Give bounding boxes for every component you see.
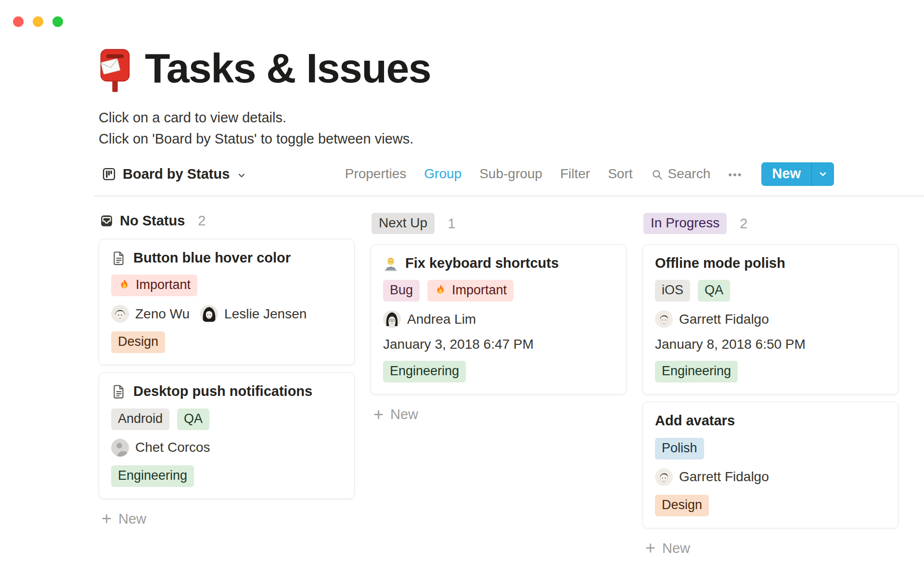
avatar-leslie-jensen <box>200 305 218 323</box>
window-controls <box>13 16 63 27</box>
page-header: Tasks & Issues Click on a card to view d… <box>99 46 835 149</box>
avatar-garrett-fidalgo <box>655 468 673 486</box>
more-options-button[interactable]: ••• <box>728 166 742 182</box>
kanban-board: No Status 2 Button blue hover color <box>99 212 898 561</box>
assignee-name: Garrett Fidalgo <box>679 312 769 327</box>
card-desktop-push-notifications[interactable]: Desktop push notifications Android QA <box>99 372 355 499</box>
postbox-emoji[interactable] <box>99 48 131 94</box>
add-card-button[interactable]: + New <box>371 402 421 427</box>
fire-icon <box>118 278 131 291</box>
tag-important: Important <box>427 280 513 302</box>
search-button[interactable]: Search <box>651 165 711 183</box>
new-dropdown-button[interactable] <box>811 162 834 186</box>
tag-label: iOS <box>662 283 683 298</box>
minimize-window-button[interactable] <box>33 16 43 27</box>
new-button-group: New <box>761 162 834 186</box>
zoom-window-button[interactable] <box>52 16 63 27</box>
toolbar-actions: Properties Group Sub-group Filter Sort S… <box>345 162 834 186</box>
column-status-pill: Next Up <box>372 213 435 234</box>
page-description-line-1: Click on a card to view details. <box>99 107 835 128</box>
tag-engineering: Engineering <box>111 465 194 487</box>
tag-label: QA <box>705 283 723 298</box>
column-next-up: Next Up 1 Fix keyboard shortcuts <box>371 212 627 561</box>
tag-label: Important <box>452 283 507 298</box>
page-icon <box>111 384 127 399</box>
tag-label: QA <box>184 411 203 426</box>
ellipsis-icon: ••• <box>728 169 742 181</box>
column-count: 1 <box>448 216 455 232</box>
tag-label: Design <box>662 498 702 512</box>
tag-label: Bug <box>390 283 413 298</box>
view-switcher-label: Board by Status <box>123 166 230 182</box>
assignee-chet-corcos: Chet Corcos <box>111 439 210 457</box>
search-icon <box>651 168 664 181</box>
avatar-placeholder <box>111 439 129 457</box>
page-title-row: Tasks & Issues <box>99 46 835 94</box>
plus-icon: + <box>102 513 112 525</box>
tag-important: Important <box>111 275 197 296</box>
tag-design: Design <box>111 331 165 353</box>
assignee-name: Leslie Jensen <box>224 306 307 322</box>
tag-qa: QA <box>698 280 730 302</box>
card-date: January 8, 2018 6:50 PM <box>655 337 806 352</box>
card-title: Desktop push notifications <box>133 383 312 399</box>
filter-button[interactable]: Filter <box>560 165 590 183</box>
page-title: Tasks & Issues <box>145 46 431 90</box>
sub-group-button[interactable]: Sub-group <box>479 165 542 183</box>
column-status-pill: In Progress <box>643 213 727 234</box>
column-in-progress: In Progress 2 Offline mode polish iOS QA <box>642 212 898 561</box>
tag-ios: iOS <box>655 280 690 302</box>
tag-label: Engineering <box>118 468 187 483</box>
board-view-icon <box>102 167 116 182</box>
tag-design: Design <box>655 495 709 516</box>
view-switcher-board-by-status[interactable]: Board by Status <box>99 164 250 184</box>
search-label: Search <box>668 166 711 182</box>
technologist-emoji <box>383 256 398 271</box>
column-header-no-status[interactable]: No Status 2 <box>100 213 205 229</box>
assignee-leslie-jensen: Leslie Jensen <box>200 305 307 323</box>
assignee-name: Zeno Wu <box>135 306 190 322</box>
sort-button[interactable]: Sort <box>608 165 632 183</box>
close-window-button[interactable] <box>13 16 24 27</box>
view-toolbar: Board by Status Properties Group Sub-gro… <box>99 160 834 187</box>
card-offline-mode-polish[interactable]: Offline mode polish iOS QA <box>642 244 898 394</box>
assignee-andrea-lim: Andrea Lim <box>383 310 476 328</box>
plus-icon: + <box>645 542 655 554</box>
properties-button[interactable]: Properties <box>345 165 407 183</box>
group-button[interactable]: Group <box>424 165 462 183</box>
page-icon <box>111 250 127 266</box>
card-title: Button blue hover color <box>133 250 291 266</box>
tag-polish: Polish <box>655 438 704 460</box>
tag-label: Design <box>118 334 158 349</box>
add-card-button[interactable]: + New <box>99 506 149 532</box>
add-card-label: New <box>118 511 146 527</box>
add-card-label: New <box>390 407 418 422</box>
column-count: 2 <box>740 216 747 232</box>
inbox-icon <box>100 214 114 228</box>
column-header-next-up[interactable]: Next Up 1 <box>372 213 455 234</box>
chevron-down-icon <box>817 168 829 180</box>
new-button[interactable]: New <box>761 162 811 186</box>
avatar-andrea-lim <box>383 310 401 328</box>
tag-label: Engineering <box>662 364 731 379</box>
tag-label: Engineering <box>390 364 459 379</box>
assignee-name: Andrea Lim <box>407 312 476 327</box>
column-header-in-progress[interactable]: In Progress 2 <box>643 213 747 234</box>
column-count: 2 <box>198 213 205 229</box>
avatar-garrett-fidalgo <box>655 310 673 328</box>
add-card-button[interactable]: + New <box>642 536 693 561</box>
column-title: No Status <box>120 213 185 229</box>
tag-bug: Bug <box>383 280 420 302</box>
card-fix-keyboard-shortcuts[interactable]: Fix keyboard shortcuts Bug Important <box>371 244 627 394</box>
card-title: Add avatars <box>655 413 735 429</box>
card-add-avatars[interactable]: Add avatars Polish <box>642 402 898 528</box>
card-button-blue-hover-color[interactable]: Button blue hover color Important <box>99 239 355 365</box>
page-description: Click on a card to view details. Click o… <box>99 107 835 149</box>
column-no-status: No Status 2 Button blue hover color <box>99 212 355 561</box>
assignee-zeno-wu: Zeno Wu <box>111 305 190 323</box>
assignee-name: Chet Corcos <box>135 440 210 455</box>
assignee-name: Garrett Fidalgo <box>679 469 769 485</box>
card-title: Offline mode polish <box>655 255 785 271</box>
tag-engineering: Engineering <box>655 361 738 382</box>
tag-label: Polish <box>662 441 697 456</box>
